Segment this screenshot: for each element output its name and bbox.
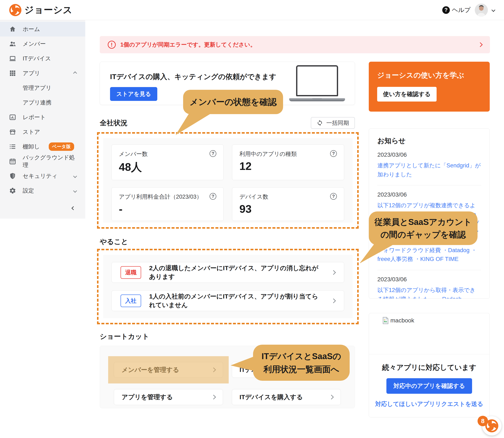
sidebar-item-label: アプリ連携 [23, 99, 51, 106]
sidebar-item-background-jobs[interactable]: バックグラウンド処理 [0, 154, 85, 169]
news-date: 2023/03/06 [377, 276, 481, 283]
news-link[interactable]: 連携アプリとして新たに「Sendgrid」が加わりました [377, 161, 481, 179]
chevron-right-icon [211, 368, 216, 372]
sidebar-item-security[interactable]: セキュリティ [0, 169, 85, 183]
sync-error-banner[interactable]: ! 1個のアプリが同期エラーです。更新してください。 [100, 36, 490, 53]
company-status-title: 全社状況 [100, 118, 127, 128]
offboarding-badge: 退職 [121, 266, 141, 279]
sidebar-item-label: メンバー [23, 40, 46, 48]
bulk-sync-button[interactable]: 一括同期 [311, 117, 355, 129]
report-chart-icon [9, 113, 16, 121]
calendar-icon [9, 158, 16, 165]
sidebar-item-label: アプリ [23, 69, 40, 77]
help-icon: ? [442, 6, 450, 14]
annotation-text: メンバーの状態を確認 [183, 96, 283, 108]
company-status-panel: メンバー数 ? 48人 利用中のアプリの種類 ? 12 アプリ利用料金合計（20… [103, 138, 353, 223]
help-circle-icon[interactable]: ? [210, 193, 216, 200]
stat-card-devices: デバイス数 ? 93 [232, 187, 344, 221]
list-icon [9, 143, 16, 150]
stat-label: デバイス数 [239, 193, 268, 200]
shortcut-manage-apps[interactable]: アプリを管理する [114, 389, 223, 405]
account-chevron-down-icon[interactable] [491, 8, 495, 12]
sidebar-item-label: ストア [23, 128, 40, 136]
sidebar-item-members[interactable]: メンバー [0, 36, 85, 51]
sidebar-item-label: 設定 [23, 187, 34, 195]
brand-logo[interactable]: ジョーシス [9, 4, 72, 16]
avatar-image [475, 4, 488, 17]
help-button[interactable]: ? ヘルプ [442, 6, 471, 14]
sidebar-item-home[interactable]: ホーム [0, 22, 85, 36]
stat-card-apps-in-use: 利用中のアプリの種類 ? 12 [232, 144, 344, 180]
sidebar-collapse-button[interactable] [0, 201, 85, 215]
help-label: ヘルプ [452, 6, 471, 14]
broken-image-placeholder: macbook [382, 317, 490, 324]
chevron-right-icon [329, 395, 334, 400]
image-alt-text: macbook [390, 317, 414, 324]
chevron-up-icon[interactable] [73, 71, 77, 75]
todo-text: 1人の入社前のメンバーにITデバイス、アプリが割り当てられていません [149, 292, 324, 309]
avatar[interactable] [475, 4, 488, 17]
top-bar: ジョーシス ? ヘルプ [0, 0, 504, 20]
check-supported-apps-button[interactable]: 対応中のアプリを確認する [386, 378, 472, 394]
request-app-link[interactable]: 対応してほしいアプリリクエストを送る [374, 400, 484, 408]
supported-apps-footer: 続々アプリに対応しています 対応中のアプリを確認する 対応してほしいアプリリクエ… [369, 354, 490, 417]
stat-label: アプリ利用料金合計（2023/03） [119, 193, 202, 200]
sidebar-item-managed-apps[interactable]: 管理アプリ [0, 81, 85, 95]
sidebar-item-app-integrations[interactable]: アプリ連携 [0, 95, 85, 110]
shortcut-label: アプリを管理する [122, 393, 173, 402]
view-store-button[interactable]: ストアを見る [110, 87, 157, 101]
help-circle-icon[interactable]: ? [330, 150, 337, 157]
sidebar-item-inventory[interactable]: 棚卸し ベータ版 [0, 139, 85, 154]
sidebar-item-label: バックグラウンド処理 [23, 154, 76, 169]
home-icon [9, 25, 16, 33]
broken-image-icon [382, 317, 389, 324]
chevron-down-icon[interactable] [73, 189, 77, 193]
company-status-annotation-box: メンバー数 ? 48人 利用中のアプリの種類 ? 12 アプリ利用料金合計（20… [97, 132, 359, 229]
annotation-bubble-saas-gap: 従業員とSaaSアカウント の間のギャップを確認 [369, 211, 478, 245]
todo-item-offboarding[interactable]: 退職 2人の退職したメンバーにITデバイス、アプリの消し忘れがあります [112, 262, 344, 283]
help-circle-icon[interactable]: ? [330, 193, 337, 200]
chevron-down-icon[interactable] [73, 174, 77, 178]
onboarding-badge: 入社 [121, 295, 141, 307]
annotation-text: の間のギャップを確認 [369, 228, 478, 241]
josys-logo-icon [9, 4, 22, 16]
shortcuts-title: ショートカット [100, 332, 149, 341]
sidebar-item-apps[interactable]: アプリ [0, 66, 85, 81]
news-item: 2023/03/06 以下12個のアプリから取得・表示できる情報が増えました。 … [377, 270, 481, 299]
todo-item-onboarding[interactable]: 入社 1人の入社前のメンバーにITデバイス、アプリが割り当てられていません [112, 290, 344, 311]
bulk-sync-label: 一括同期 [326, 119, 349, 127]
sidebar: ホーム メンバー ITデバイス アプリ 管理アプリ アプリ連携 レポート [0, 20, 85, 219]
shortcut-buy-devices[interactable]: ITデバイスを購入する [232, 389, 341, 405]
sidebar-item-settings[interactable]: 設定 [0, 183, 85, 198]
news-link[interactable]: 以下12個のアプリから取得・表示できる情報が増えました。 ・Redash ・ki… [377, 286, 481, 299]
shortcut-label: ITデバイスを購入する [240, 393, 303, 402]
storefront-icon [9, 128, 16, 136]
sync-icon [317, 120, 323, 126]
sidebar-item-label: ホーム [23, 25, 40, 33]
news-date: 2023/03/06 [377, 152, 481, 158]
shortcut-manage-members[interactable]: メンバーを管理する [114, 362, 223, 378]
todo-annotation-box: 退職 2人の退職したメンバーにITデバイス、アプリの消し忘れがあります 入社 1… [97, 249, 359, 324]
news-date: 2023/03/06 [377, 191, 481, 198]
stat-label: メンバー数 [119, 150, 148, 158]
chevron-right-icon [331, 270, 336, 275]
learn-how-button[interactable]: 使い方を確認する [377, 87, 436, 101]
stat-value: 48人 [119, 160, 216, 175]
apps-grid-icon [9, 69, 16, 77]
sidebar-item-store[interactable]: ストア [0, 125, 85, 139]
stat-value: 93 [239, 203, 337, 215]
stat-value: 12 [239, 160, 337, 172]
sidebar-item-label: レポート [23, 113, 46, 121]
laptop-icon [9, 55, 16, 62]
stat-card-members: メンバー数 ? 48人 [112, 144, 224, 180]
sidebar-item-it-devices[interactable]: ITデバイス [0, 51, 85, 66]
supported-apps-card: macbook 続々アプリに対応しています 対応中のアプリを確認する 対応してほ… [369, 313, 490, 417]
sidebar-item-label: 棚卸し [23, 143, 40, 150]
learn-title: ジョーシスの使い方を学ぶ [377, 70, 481, 80]
help-circle-icon[interactable]: ? [210, 150, 216, 157]
macbook-image [289, 65, 345, 101]
chat-widget[interactable]: 8 [482, 416, 502, 436]
learn-card: ジョーシスの使い方を学ぶ 使い方を確認する [369, 62, 490, 112]
todo-panel: 退職 2人の退職したメンバーにITデバイス、アプリの消し忘れがあります 入社 1… [103, 255, 353, 318]
sidebar-item-reports[interactable]: レポート [0, 110, 85, 125]
